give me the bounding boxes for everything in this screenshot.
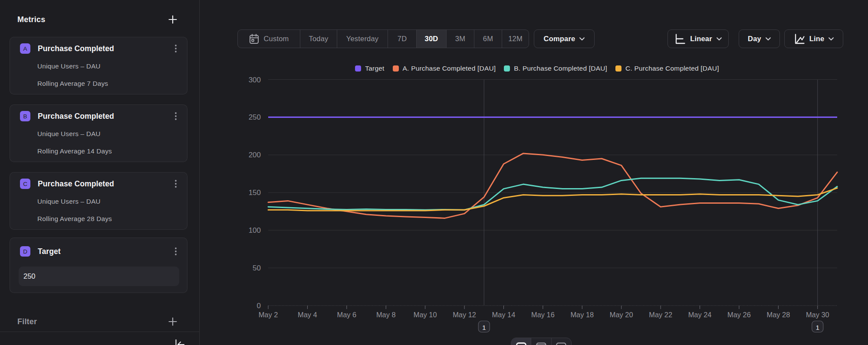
x-axis-label: May 8 [376, 311, 396, 319]
sidebar-header: Metrics [17, 13, 178, 26]
x-axis-label: May 26 [727, 311, 751, 319]
x-axis-label: May 30 [806, 311, 829, 319]
metric-letter-badge: C [20, 179, 30, 189]
chart-and-table-view-button[interactable] [552, 338, 571, 345]
x-axis-label: May 18 [570, 311, 594, 319]
x-axis-label: May 16 [531, 311, 555, 319]
target-value-input[interactable] [19, 267, 179, 286]
x-axis-label: May 6 [337, 311, 357, 319]
chart-and-table-view-icon [556, 342, 566, 345]
line-chart: 050100150200250300May 2May 4May 6May 8Ma… [200, 0, 868, 345]
series-line-a [268, 153, 837, 218]
filter-title: Filter [17, 317, 37, 326]
kebab-menu-icon[interactable] [171, 179, 181, 189]
y-axis-label: 250 [249, 113, 261, 121]
metric-title: Purchase Completed [38, 112, 171, 121]
chart-view-button[interactable] [511, 338, 531, 345]
metric-rolling-average: Rolling Average 7 Days [37, 80, 108, 88]
y-axis-label: 100 [249, 226, 261, 234]
x-axis-label: May 2 [259, 311, 278, 319]
metric-letter-badge: D [20, 246, 30, 257]
x-axis-label: May 4 [298, 311, 317, 319]
metric-card-head: BPurchase Completed [20, 111, 180, 121]
metric-card-head: D Target [20, 246, 180, 257]
metric-title: Target [38, 247, 171, 256]
chart-view-icon [516, 342, 526, 345]
table-view-icon [536, 342, 546, 345]
metric-title: Purchase Completed [38, 179, 171, 189]
y-axis-label: 300 [249, 76, 261, 84]
add-metric-button[interactable] [168, 15, 178, 24]
metric-title: Purchase Completed [38, 44, 171, 53]
metrics-sidebar: Metrics APurchase CompletedUnique Users … [0, 0, 200, 345]
x-axis-label: May 10 [414, 311, 437, 319]
metric-card-c: CPurchase CompletedUnique Users – DAURol… [10, 172, 187, 230]
x-axis-label: May 20 [610, 311, 633, 319]
add-filter-button[interactable] [168, 317, 178, 326]
metric-letter-badge: B [20, 111, 30, 121]
y-axis-label: 0 [257, 302, 261, 310]
series-line-b [268, 178, 837, 210]
x-axis-label: May 24 [688, 311, 712, 319]
collapse-sidebar-button[interactable] [174, 339, 185, 345]
metric-event-property: Unique Users – DAU [37, 198, 101, 205]
y-axis-label: 50 [253, 264, 261, 272]
sidebar-title: Metrics [17, 15, 45, 24]
y-axis-label: 200 [249, 151, 261, 159]
metric-rolling-average: Rolling Average 28 Days [37, 215, 112, 223]
filter-row: Filter [17, 316, 178, 328]
metric-card-b: BPurchase CompletedUnique Users – DAURol… [10, 104, 187, 162]
y-axis-label: 150 [249, 189, 261, 197]
annotation-badge-label: 1 [482, 324, 486, 331]
metric-card-head: APurchase Completed [20, 43, 180, 54]
annotation-badge-label: 1 [815, 324, 819, 331]
metric-event-property: Unique Users – DAU [37, 130, 101, 138]
metric-event-property: Unique Users – DAU [37, 62, 101, 70]
sidebar-footer-divider [0, 332, 199, 332]
x-axis-label: May 12 [453, 311, 476, 319]
plus-icon [168, 15, 178, 24]
metric-card-a: APurchase CompletedUnique Users – DAURol… [10, 37, 187, 94]
x-axis-label: May 14 [492, 311, 516, 319]
chart-panel: CustomTodayYesterday7D30D3M6M12M Compare… [200, 0, 868, 345]
kebab-menu-icon[interactable] [171, 246, 181, 257]
collapse-left-icon [174, 339, 185, 345]
metric-card-target: D Target [10, 238, 187, 293]
view-toggle-group [511, 338, 572, 345]
series-line-c [268, 188, 837, 211]
metric-letter-badge: A [20, 43, 30, 54]
table-view-button[interactable] [531, 338, 551, 345]
plus-icon [168, 317, 178, 326]
kebab-menu-icon[interactable] [171, 43, 181, 54]
x-axis-label: May 22 [649, 311, 672, 319]
metric-card-head: CPurchase Completed [20, 179, 180, 189]
kebab-menu-icon[interactable] [171, 111, 181, 121]
x-axis-label: May 28 [767, 311, 790, 319]
metric-rolling-average: Rolling Average 14 Days [37, 147, 112, 155]
